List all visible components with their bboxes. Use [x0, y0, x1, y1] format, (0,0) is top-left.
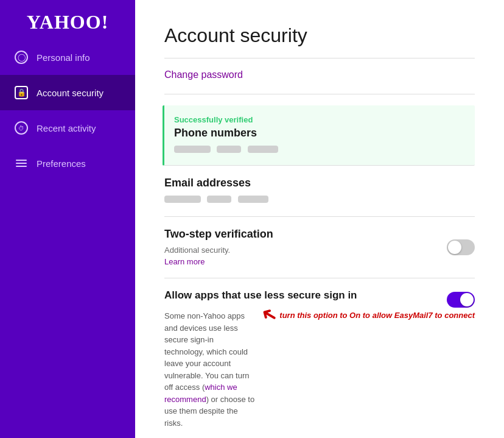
person-icon: ◯	[15, 51, 28, 64]
less-secure-info: Allow apps that use less secure sign in	[164, 289, 427, 305]
two-step-info: Two-step verification Additional securit…	[164, 228, 437, 267]
clock-icon: ⏱	[15, 121, 28, 135]
toggle-knob	[448, 241, 461, 254]
sidebar-item-personal-info[interactable]: ◯ Personal info	[0, 40, 135, 75]
two-step-learn-more[interactable]: Learn more	[164, 257, 205, 266]
toggle-track	[447, 239, 475, 255]
sidebar: YAHOO! ◯ Personal info 🔒 Account securit…	[0, 0, 135, 438]
less-secure-toggle[interactable]	[447, 292, 475, 308]
sidebar-item-label: Recent activity	[37, 123, 96, 133]
section-divider-top	[164, 94, 475, 94]
less-secure-desc: Some non-Yahoo apps and devices use less…	[164, 310, 254, 429]
sidebar-item-label: Preferences	[37, 158, 86, 169]
email-section: Email addresses	[164, 166, 475, 217]
two-step-toggle[interactable]	[447, 239, 475, 255]
phone-section: Successfully verified Phone numbers	[163, 105, 475, 166]
two-step-title: Two-step verification	[164, 228, 437, 241]
main-content: Account security Change password Success…	[135, 0, 504, 438]
yahoo-logo: YAHOO!	[27, 11, 109, 33]
less-secure-title: Allow apps that use less secure sign in	[164, 289, 427, 302]
logo-container: YAHOO!	[0, 0, 135, 40]
sidebar-item-preferences[interactable]: Preferences	[0, 146, 135, 181]
sidebar-item-label: Personal info	[37, 52, 90, 63]
annotation-text: turn this option to On to allow EasyMail…	[279, 310, 475, 321]
lock-icon: 🔒	[15, 86, 28, 99]
verified-label: Successfully verified	[174, 115, 465, 124]
two-step-section: Two-step verification Additional securit…	[164, 217, 475, 278]
sidebar-item-account-security[interactable]: 🔒 Account security	[0, 75, 135, 110]
less-secure-section: Allow apps that use less secure sign in …	[164, 278, 475, 438]
email-section-title: Email addresses	[164, 177, 475, 189]
two-step-subtitle: Additional security.	[164, 245, 437, 255]
page-title: Account security	[164, 24, 475, 47]
recommend-link[interactable]: which we recommend	[164, 383, 237, 404]
title-divider	[164, 58, 475, 58]
phone-section-title: Phone numbers	[174, 127, 465, 140]
toggle-knob-on	[460, 293, 474, 306]
email-redacted	[164, 194, 475, 205]
toggle-track-on	[447, 292, 475, 308]
change-password-link[interactable]: Change password	[164, 69, 243, 80]
sidebar-item-recent-activity[interactable]: ⏱ Recent activity	[0, 110, 135, 146]
list-icon	[15, 157, 28, 170]
sidebar-item-label: Account security	[37, 88, 103, 98]
phone-redacted	[174, 144, 465, 155]
